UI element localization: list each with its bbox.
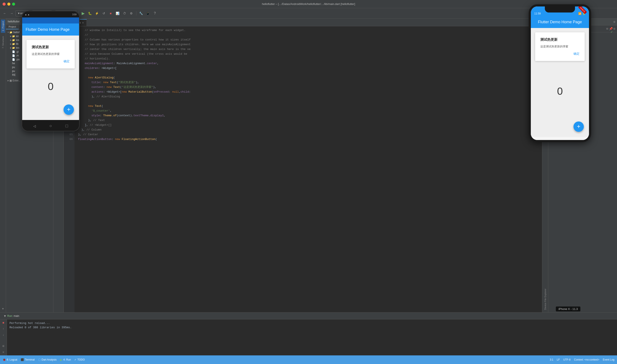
android-dialog-ok-button[interactable]: 确定 <box>32 59 70 63</box>
close-button[interactable] <box>3 3 6 6</box>
tab-project[interactable]: Project <box>6 25 19 29</box>
hot-restart-button[interactable]: ↺ <box>101 10 107 16</box>
event-log-label[interactable]: Event Log <box>603 358 614 361</box>
scroll-up-button[interactable]: ↑ <box>1 326 6 331</box>
run-panel: ■ ↑ ↓ ⚙ ✕ Performing hot reload... Reloa… <box>0 319 617 355</box>
window-controls <box>3 3 15 6</box>
iphone-fab-button[interactable]: + <box>574 121 584 132</box>
logcat-icon: 🐞 <box>3 358 6 361</box>
project-title: helloflutter <box>8 20 20 23</box>
favorites-icon[interactable]: ★ <box>1 305 5 312</box>
iphone-dialog-ok-button[interactable]: 确定 <box>540 52 579 56</box>
todo-icon: ✓ <box>74 358 77 361</box>
scroll-down-button[interactable]: ↓ <box>1 332 6 338</box>
run-tab-icon: ▼ <box>3 314 6 318</box>
debug-button[interactable]: 🐛 <box>87 10 93 16</box>
todo-item[interactable]: ✓ TODO <box>74 358 85 361</box>
iphone-dialog-title: 测试热更新 <box>540 38 579 42</box>
android-folder-icon: 📁 <box>12 35 15 38</box>
folder-icon: 📁 <box>10 31 13 34</box>
android-dialog-title: 测试热更新 <box>32 45 70 50</box>
sdk-manager-button[interactable]: 🔧 <box>138 10 144 16</box>
ios-folder-icon: 📁 <box>12 39 15 41</box>
bottom-panel-tabs: ▼ Run: main <box>0 312 617 319</box>
iphone-content-area: 测试热更新 这是测试热更新的弹窗 确定 0 + <box>531 28 589 137</box>
todo-label: TODO <box>77 358 85 361</box>
iphone-notch <box>545 6 575 13</box>
android-status-bar <box>22 17 79 24</box>
iphone-mockup: DEBUG 11:59 📶 🔋 Flutter Demo Home Page 测… <box>529 4 591 142</box>
minimize-button[interactable] <box>7 3 10 6</box>
console-line-2: Reloaded 0 of 388 libraries in 395ms. <box>10 325 614 330</box>
terminal-item[interactable]: ⬛ Terminal <box>21 358 35 361</box>
run-button[interactable]: ▶ <box>80 10 86 16</box>
iphone-app-title: Flutter Demo Home Page <box>538 20 582 24</box>
code-container[interactable]: 83 84 85 86 87 88 89 90 91 92 93 94 95 9… <box>64 26 542 312</box>
help-button[interactable]: ? <box>152 10 158 16</box>
android-app-title: Flutter Demo Home Page <box>26 27 70 32</box>
packages-icon: 📄 <box>12 58 15 61</box>
inspector-gear-icon[interactable]: ⚙ <box>614 27 615 31</box>
window-title: helloflutter – […/Datas/AndroidWork/hell… <box>262 2 355 6</box>
editor-tabs: ⬡ main.dart ✕ <box>64 19 542 26</box>
context-label: Context: <no:context> <box>574 358 599 361</box>
structure-panel-label[interactable]: 7: Structure <box>1 34 5 50</box>
run-item[interactable]: ▶ 4: Run <box>60 358 71 361</box>
profile-button[interactable]: ⏱ <box>121 10 128 16</box>
status-right: 3:1 LF UTF-8 Context: <no:context> Event… <box>550 358 614 361</box>
metadata-icon: 📄 <box>12 54 15 57</box>
console-line-1: Performing hot reload... <box>10 321 614 325</box>
logcat-item[interactable]: 🐞 6: Logcat <box>3 358 17 361</box>
run-status-icon: ▶ <box>60 358 63 361</box>
iphone-appbar: Flutter Demo Home Page <box>531 16 589 28</box>
toolbar-separator-4 <box>136 11 136 15</box>
lib-folder-icon: 📁 <box>12 43 15 45</box>
android-counter: 0 <box>48 80 54 92</box>
console-left-bar: ■ ↑ ↓ ⚙ ✕ <box>0 319 7 355</box>
iphone-model-label: iPhone X - 11.3 <box>556 307 580 312</box>
terminal-icon: ⬛ <box>21 358 24 361</box>
android-content-area: 测试热更新 这是测试热更新的弹窗 确定 0 + <box>22 36 79 120</box>
run-tab-label: Run: <box>7 314 13 317</box>
hot-reload-button[interactable]: ⚡ <box>94 10 100 16</box>
console-output: Performing hot reload... Reloaded 0 of 3… <box>7 319 617 355</box>
recents-nav-icon[interactable]: □ <box>66 124 68 129</box>
more-button[interactable]: ⚙ <box>128 10 134 16</box>
wifi-icon: 📶 <box>578 12 581 15</box>
run-status-label: 4: Run <box>63 358 71 361</box>
stop-run-button[interactable]: ■ <box>1 320 6 325</box>
logcat-label: 6: Logcat <box>7 358 17 361</box>
home-nav-icon[interactable]: ○ <box>49 124 52 129</box>
android-dialog-card: 测试热更新 这是测试热更新的弹窗 确定 <box>26 40 75 68</box>
code-content[interactable]: // window in IntelliJ) to see the wirefr… <box>75 26 542 312</box>
tab-close-button[interactable]: ✕ <box>82 21 84 24</box>
maximize-button[interactable] <box>12 3 15 6</box>
terminal-label: Terminal <box>25 358 35 361</box>
run-tab[interactable]: ▼ Run: main <box>1 313 22 319</box>
toolbar: ← → ▼andro 📱 for x86 ▼ ⬡ main.dart ▼ ▶ 🐛… <box>0 8 617 19</box>
nav-back-button[interactable]: ← <box>2 10 8 16</box>
stop-button[interactable]: ■ <box>108 10 114 16</box>
iphone-home-bar <box>531 137 589 142</box>
android-phone-mockup: ▲ ▲ 3:59 Flutter Demo Home Page 测试热更新 这是… <box>22 11 80 131</box>
main-content: 1: Project 7: Structure ★ helloflutter P… <box>0 19 617 312</box>
inspector-layout-icon[interactable]: ⊟ <box>606 27 608 31</box>
back-nav-icon[interactable]: ◁ <box>33 123 36 129</box>
avd-manager-button[interactable]: 📱 <box>145 10 151 16</box>
dart-analysis-item[interactable]: ⬡ Dart Analysis <box>38 358 57 361</box>
android-fab-button[interactable]: + <box>64 104 74 115</box>
close-run-button[interactable]: ✕ <box>1 349 6 354</box>
iphone-dialog-card: 测试热更新 这是测试热更新的弹窗 确定 <box>535 32 585 61</box>
inspector-settings-icon[interactable]: ⚙ <box>614 20 615 24</box>
project-panel-label[interactable]: 1: Project <box>1 19 5 33</box>
line-ending: LF <box>557 358 560 361</box>
status-bar: 🐞 6: Logcat ⬛ Terminal ⬡ Dart Analysis ▶… <box>0 355 617 364</box>
editor-area: ⬡ main.dart ✕ 83 84 85 86 87 88 89 90 91… <box>64 19 542 312</box>
settings-run-button[interactable]: ⚙ <box>1 343 6 349</box>
coverage-button[interactable]: 📊 <box>115 10 121 16</box>
iphone-dialog-content: 这是测试热更新的弹窗 <box>540 45 579 49</box>
nav-forward-button[interactable]: → <box>9 10 15 16</box>
iphone-fab-plus-icon: + <box>577 123 581 130</box>
dart-analysis-icon: ⬡ <box>38 358 41 361</box>
device-file-explorer-label[interactable]: Device File Explorer <box>543 287 547 312</box>
